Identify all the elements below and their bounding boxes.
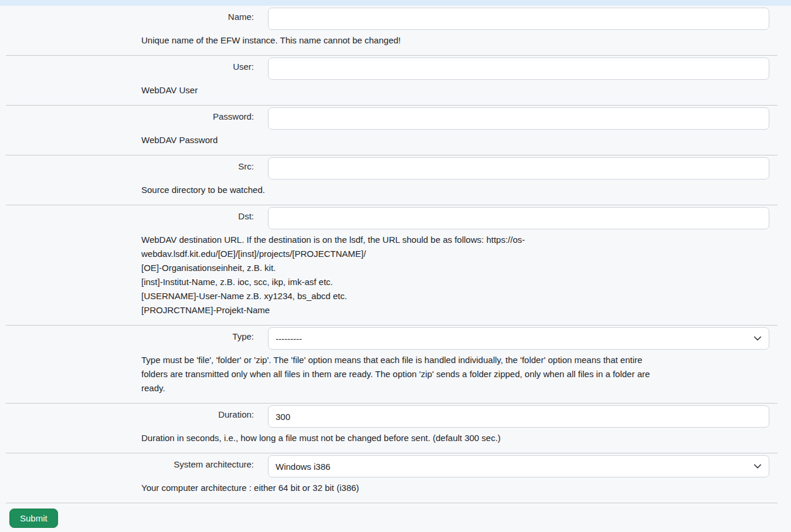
src-label: Src: (6, 161, 254, 171)
system-architecture-field-wrap: Windows i386 (268, 455, 769, 477)
form-row-dst: Dst: WebDAV destination URL. If the dest… (6, 205, 778, 326)
form-row-name: Name: Unique name of the EFW instance. T… (6, 6, 778, 56)
user-label: User: (6, 62, 254, 72)
password-input[interactable] (268, 107, 769, 130)
password-field-wrap (268, 107, 769, 130)
submit-button[interactable]: Submit (9, 509, 58, 528)
dst-label: Dst: (6, 211, 254, 221)
user-input[interactable] (268, 57, 769, 80)
password-help-text: WebDAV Password (141, 133, 704, 147)
duration-label: Duration: (6, 409, 254, 419)
password-label: Password: (6, 111, 254, 121)
top-accent-bar (0, 0, 791, 6)
dst-help-text: WebDAV destination URL. If the destinati… (141, 233, 704, 317)
dst-field-wrap (268, 207, 769, 229)
duration-help-text: Duration in seconds, i.e., how long a fi… (141, 431, 704, 445)
form-row-type: Type: --------- Type must be 'file', 'fo… (6, 326, 778, 404)
type-field-wrap: --------- (268, 327, 769, 350)
duration-input[interactable] (268, 405, 769, 428)
user-field-wrap (268, 57, 769, 80)
user-help-text: WebDAV User (141, 83, 704, 97)
form-row-duration: Duration: Duration in seconds, i.e., how… (6, 404, 778, 453)
dst-input[interactable] (268, 207, 769, 229)
submit-row: Submit (0, 503, 791, 528)
name-field-wrap (268, 8, 769, 30)
efw-instance-form: Name: Unique name of the EFW instance. T… (0, 6, 791, 528)
src-field-wrap (268, 157, 769, 179)
type-select[interactable]: --------- (268, 327, 769, 350)
system-architecture-select[interactable]: Windows i386 (268, 455, 769, 477)
name-help-text: Unique name of the EFW instance. This na… (141, 33, 704, 48)
form-row-user: User: WebDAV User (6, 56, 778, 106)
form-row-src: Src: Source directory to be watched. (6, 155, 778, 205)
name-input[interactable] (268, 8, 769, 30)
form-row-password: Password: WebDAV Password (6, 106, 778, 155)
system-architecture-help-text: Your computer architecture : either 64 b… (141, 481, 704, 495)
type-help-text: Type must be 'file', 'folder' or 'zip'. … (141, 353, 704, 395)
src-input[interactable] (268, 157, 769, 179)
form-row-system-architecture: System architecture: Windows i386 Your c… (6, 453, 778, 503)
src-help-text: Source directory to be watched. (141, 183, 704, 197)
duration-field-wrap (268, 405, 769, 428)
name-label: Name: (6, 12, 254, 22)
system-architecture-label: System architecture: (6, 459, 254, 469)
type-label: Type: (6, 331, 254, 341)
